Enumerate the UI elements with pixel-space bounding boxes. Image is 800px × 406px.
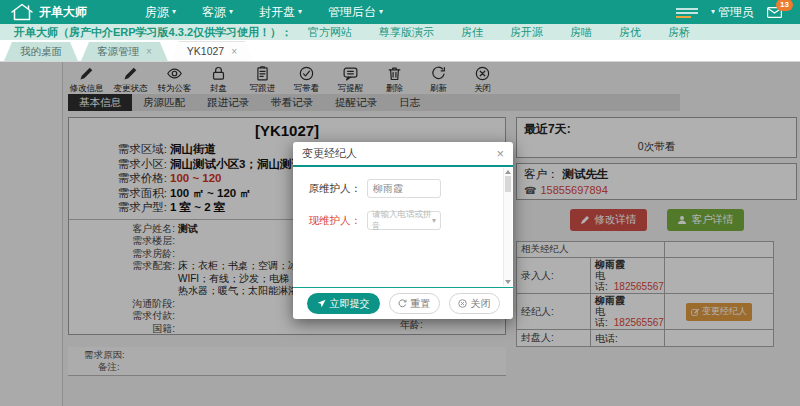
right-sidebar: 最近7天: 0次带看 客户：测试先生 ☎15855697894 修改详情 客户详… xyxy=(516,117,797,347)
customer-label: 客户： xyxy=(524,168,559,180)
subtab-listing-match[interactable]: 房源匹配 xyxy=(132,94,196,111)
phone-icon: ☎ xyxy=(524,185,536,196)
close-circle-icon xyxy=(458,299,467,308)
lock-icon xyxy=(210,65,227,82)
link-official-site[interactable]: 官方网站 xyxy=(308,25,352,40)
pencil-icon xyxy=(78,65,95,82)
write-followup-button[interactable]: 写跟进 xyxy=(244,65,281,94)
customer-detail-button[interactable]: 客户详情 xyxy=(667,209,744,231)
version-stamp xyxy=(676,7,698,18)
customer-name: 测试先生 xyxy=(563,168,609,180)
age-label: 年龄: xyxy=(400,318,423,332)
note-label: 备注: xyxy=(84,361,506,373)
menu-admin[interactable]: 管理后台▾ xyxy=(328,4,383,21)
house-logo-icon xyxy=(10,3,34,21)
edit-info-button[interactable]: 修改信息 xyxy=(68,65,105,94)
reset-button[interactable]: 重置 xyxy=(389,293,440,314)
pencil-icon xyxy=(122,65,139,82)
subtab-showing-records[interactable]: 带看记录 xyxy=(260,94,324,111)
app-logo[interactable]: 开单大师 xyxy=(10,3,87,21)
close-page-button[interactable]: 关闭 xyxy=(464,65,501,94)
close-circle-icon xyxy=(474,65,491,82)
new-agent-row: 现维护人： 请输入电话或拼音 ▾ xyxy=(293,211,441,230)
subtab-reminder-records[interactable]: 提醒记录 xyxy=(324,94,388,111)
modal-scrollbar[interactable] xyxy=(503,168,512,286)
user-menu[interactable]: ▾ 管理员 xyxy=(711,4,754,21)
agent-name: 柳雨霞 xyxy=(595,295,660,306)
close-tab-icon[interactable]: × xyxy=(146,47,152,57)
to-public-button[interactable]: 转为公客 xyxy=(156,65,193,94)
table-row: 封盘人: 电话: xyxy=(517,330,774,347)
modal-close-icon[interactable]: × xyxy=(496,147,504,160)
messages-button[interactable]: 13 xyxy=(767,7,782,18)
main-menu: 房源▾ 客源▾ 封开盘▾ 管理后台▾ xyxy=(145,4,383,21)
agent-phone: 18256556766 xyxy=(614,317,665,328)
pencil-square-icon xyxy=(691,308,699,316)
change-agent-button[interactable]: 变更经纪人 xyxy=(686,303,752,321)
link-fangyou[interactable]: 房优 xyxy=(619,25,641,40)
edit-profile-button[interactable]: 修改详情 xyxy=(570,209,647,231)
eye-icon xyxy=(166,65,183,82)
send-icon xyxy=(317,299,326,308)
refresh-button[interactable]: 刷新 xyxy=(420,65,457,94)
caret-down-icon: ▾ xyxy=(432,217,436,225)
original-agent-row: 原维护人： xyxy=(293,179,441,198)
write-reminder-button[interactable]: 写提醒 xyxy=(332,65,369,94)
link-fangkaiyuan[interactable]: 房开源 xyxy=(510,25,543,40)
subtab-log[interactable]: 日志 xyxy=(388,94,431,111)
menu-fangyuan[interactable]: 房源▾ xyxy=(145,4,176,21)
change-status-button[interactable]: 变更状态 xyxy=(112,65,149,94)
subtab-followup-records[interactable]: 跟进记录 xyxy=(196,94,260,111)
table-row: 录入人: 柳雨霞 电话:18256556766 xyxy=(517,258,774,294)
original-agent-label: 原维护人： xyxy=(293,182,361,196)
table-row: 经纪人: 柳雨霞 电话:18256556766 变更经纪人 xyxy=(517,294,774,330)
workspace: 修改信息 变更状态 转为公客 封盘 写跟进 写带看 写提醒 删除 xyxy=(0,62,800,406)
caret-down-icon: ▾ xyxy=(711,8,715,16)
new-agent-select[interactable]: 请输入电话或拼音 ▾ xyxy=(367,211,441,230)
tab-customer-mgmt[interactable]: 客源管理× xyxy=(81,42,168,61)
original-agent-input[interactable] xyxy=(367,179,441,198)
lock-listing-button[interactable]: 封盘 xyxy=(200,65,237,94)
close-tab-icon[interactable]: × xyxy=(231,47,237,57)
tab-my-desktop[interactable]: 我的桌面 xyxy=(4,42,78,61)
detail-toolbar: 修改信息 变更状态 转为公客 封盘 写跟进 写带看 写提醒 删除 xyxy=(0,62,800,94)
link-fangjia[interactable]: 房佳 xyxy=(461,25,483,40)
customer-box: 客户：测试先生 ☎15855697894 xyxy=(516,163,797,200)
brand-name: 开单大师 xyxy=(39,4,87,21)
change-agent-modal: 变更经纪人 × 原维护人： 现维护人： 请输入电话或拼音 ▾ xyxy=(293,142,513,319)
tab-yk1027[interactable]: YK1027× xyxy=(171,41,253,61)
info-row: 国籍: xyxy=(69,323,505,336)
link-fangqiao[interactable]: 房桥 xyxy=(668,25,690,40)
related-agents-table: 相关经纪人 录入人: 柳雨霞 电话:18256556766 经纪人: 柳雨霞 电… xyxy=(516,241,774,347)
link-fangmiao[interactable]: 房喵 xyxy=(570,25,592,40)
pencil-icon xyxy=(580,215,590,225)
agents-header: 相关经纪人 xyxy=(517,242,665,258)
write-showing-button[interactable]: 写带看 xyxy=(288,65,325,94)
document-icon xyxy=(254,65,271,82)
modal-title: 变更经纪人 xyxy=(302,146,357,161)
scroll-up-icon[interactable] xyxy=(505,170,511,174)
delete-button[interactable]: 删除 xyxy=(376,65,413,94)
demand-reason-label: 需求原因: xyxy=(84,349,506,361)
link-premium-demo[interactable]: 尊享版演示 xyxy=(379,25,434,40)
trash-icon xyxy=(386,65,403,82)
detail-subtabs: 基本信息 房源匹配 跟进记录 带看记录 提醒记录 日志 xyxy=(68,94,680,111)
submit-button[interactable]: 立即提交 xyxy=(307,293,380,314)
check-circle-icon xyxy=(298,65,315,82)
menu-fengkaipan[interactable]: 封开盘▾ xyxy=(259,4,302,21)
agent-phone: 18256556766 xyxy=(614,281,665,292)
subtab-basic-info[interactable]: 基本信息 xyxy=(68,94,132,111)
announcement-text: 开单大师（房产中介ERP学习版4.3.2仅供学习使用！）： xyxy=(14,25,292,40)
demand-footer-section: 需求原因: 备注: xyxy=(68,347,506,376)
refresh-icon xyxy=(430,65,447,82)
customer-code-title: [YK1027] xyxy=(69,122,505,139)
page-tabbar: 我的桌面 客源管理× YK1027× xyxy=(0,40,800,62)
menu-keyuan[interactable]: 客源▾ xyxy=(202,4,233,21)
caret-down-icon: ▾ xyxy=(298,8,302,16)
caret-down-icon: ▾ xyxy=(229,8,233,16)
close-button[interactable]: 关闭 xyxy=(449,293,500,314)
unread-badge: 13 xyxy=(776,0,793,11)
customer-phone: 15855697894 xyxy=(540,184,607,196)
scroll-down-icon[interactable] xyxy=(505,280,511,284)
scrollbar-thumb[interactable] xyxy=(505,176,511,192)
